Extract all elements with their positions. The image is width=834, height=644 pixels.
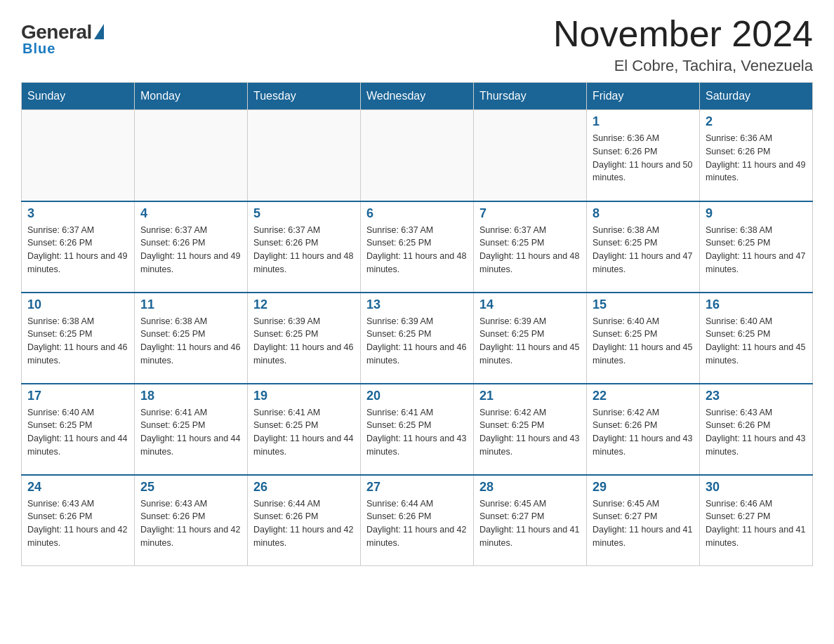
day-number: 20 <box>366 389 468 403</box>
day-info: Sunrise: 6:43 AM Sunset: 6:26 PM Dayligh… <box>706 406 807 459</box>
calendar-day-cell: 19Sunrise: 6:41 AM Sunset: 6:25 PM Dayli… <box>248 384 361 475</box>
logo: General Blue <box>21 21 104 57</box>
calendar-week-row: 1Sunrise: 6:36 AM Sunset: 6:26 PM Daylig… <box>22 110 813 201</box>
day-info: Sunrise: 6:42 AM Sunset: 6:25 PM Dayligh… <box>479 406 581 459</box>
title-block: November 2024 El Cobre, Tachira, Venezue… <box>553 14 813 75</box>
calendar-header-row: SundayMondayTuesdayWednesdayThursdayFrid… <box>22 83 813 110</box>
day-info: Sunrise: 6:41 AM Sunset: 6:25 PM Dayligh… <box>140 406 241 459</box>
calendar-day-cell: 26Sunrise: 6:44 AM Sunset: 6:26 PM Dayli… <box>248 475 361 566</box>
calendar-day-cell: 25Sunrise: 6:43 AM Sunset: 6:26 PM Dayli… <box>135 475 248 566</box>
day-number: 13 <box>366 297 468 312</box>
day-info: Sunrise: 6:36 AM Sunset: 6:26 PM Dayligh… <box>706 132 807 185</box>
day-number: 16 <box>706 297 807 312</box>
calendar-day-cell: 4Sunrise: 6:37 AM Sunset: 6:26 PM Daylig… <box>135 201 248 293</box>
day-info: Sunrise: 6:38 AM Sunset: 6:25 PM Dayligh… <box>706 224 807 276</box>
calendar-day-cell: 30Sunrise: 6:46 AM Sunset: 6:27 PM Dayli… <box>700 475 813 566</box>
day-of-week-header: Thursday <box>474 83 587 110</box>
day-number: 18 <box>140 389 241 403</box>
calendar-day-cell: 27Sunrise: 6:44 AM Sunset: 6:26 PM Dayli… <box>361 475 474 566</box>
day-number: 4 <box>140 206 241 221</box>
day-number: 10 <box>27 297 128 312</box>
day-info: Sunrise: 6:39 AM Sunset: 6:25 PM Dayligh… <box>253 315 355 368</box>
calendar-day-cell: 9Sunrise: 6:38 AM Sunset: 6:25 PM Daylig… <box>700 201 813 293</box>
logo-blue-text: Blue <box>22 41 55 57</box>
day-number: 14 <box>479 297 581 312</box>
calendar-day-cell: 6Sunrise: 6:37 AM Sunset: 6:25 PM Daylig… <box>361 201 474 293</box>
day-number: 25 <box>140 480 241 495</box>
day-info: Sunrise: 6:38 AM Sunset: 6:25 PM Dayligh… <box>27 315 128 368</box>
calendar-day-cell: 17Sunrise: 6:40 AM Sunset: 6:25 PM Dayli… <box>22 384 135 475</box>
day-number: 23 <box>706 389 807 403</box>
calendar-day-cell: 1Sunrise: 6:36 AM Sunset: 6:26 PM Daylig… <box>587 110 700 201</box>
day-number: 6 <box>366 206 468 221</box>
month-title: November 2024 <box>553 14 813 54</box>
day-info: Sunrise: 6:38 AM Sunset: 6:25 PM Dayligh… <box>140 315 241 368</box>
location-text: El Cobre, Tachira, Venezuela <box>553 57 813 75</box>
day-number: 5 <box>253 206 355 221</box>
logo-triangle-icon <box>94 24 104 39</box>
day-info: Sunrise: 6:41 AM Sunset: 6:25 PM Dayligh… <box>366 406 468 459</box>
day-info: Sunrise: 6:46 AM Sunset: 6:27 PM Dayligh… <box>706 497 807 550</box>
day-number: 11 <box>140 297 241 312</box>
calendar-day-cell: 20Sunrise: 6:41 AM Sunset: 6:25 PM Dayli… <box>361 384 474 475</box>
calendar-day-cell: 5Sunrise: 6:37 AM Sunset: 6:26 PM Daylig… <box>248 201 361 293</box>
calendar-day-cell: 28Sunrise: 6:45 AM Sunset: 6:27 PM Dayli… <box>474 475 587 566</box>
calendar-day-cell <box>248 110 361 201</box>
calendar-day-cell: 14Sunrise: 6:39 AM Sunset: 6:25 PM Dayli… <box>474 293 587 384</box>
day-number: 2 <box>706 114 807 129</box>
calendar-week-row: 17Sunrise: 6:40 AM Sunset: 6:25 PM Dayli… <box>22 384 813 475</box>
calendar-day-cell: 11Sunrise: 6:38 AM Sunset: 6:25 PM Dayli… <box>135 293 248 384</box>
day-info: Sunrise: 6:40 AM Sunset: 6:25 PM Dayligh… <box>27 406 128 459</box>
calendar-day-cell: 3Sunrise: 6:37 AM Sunset: 6:26 PM Daylig… <box>22 201 135 293</box>
calendar-day-cell: 23Sunrise: 6:43 AM Sunset: 6:26 PM Dayli… <box>700 384 813 475</box>
day-info: Sunrise: 6:43 AM Sunset: 6:26 PM Dayligh… <box>140 497 241 550</box>
day-info: Sunrise: 6:37 AM Sunset: 6:26 PM Dayligh… <box>140 224 241 276</box>
day-info: Sunrise: 6:39 AM Sunset: 6:25 PM Dayligh… <box>479 315 581 368</box>
day-number: 26 <box>253 480 355 495</box>
calendar-day-cell <box>22 110 135 201</box>
day-info: Sunrise: 6:41 AM Sunset: 6:25 PM Dayligh… <box>253 406 355 459</box>
day-number: 9 <box>706 206 807 221</box>
calendar-week-row: 24Sunrise: 6:43 AM Sunset: 6:26 PM Dayli… <box>22 475 813 566</box>
day-info: Sunrise: 6:44 AM Sunset: 6:26 PM Dayligh… <box>253 497 355 550</box>
day-info: Sunrise: 6:45 AM Sunset: 6:27 PM Dayligh… <box>479 497 581 550</box>
day-info: Sunrise: 6:40 AM Sunset: 6:25 PM Dayligh… <box>593 315 694 368</box>
calendar-day-cell <box>474 110 587 201</box>
calendar-day-cell <box>135 110 248 201</box>
day-info: Sunrise: 6:42 AM Sunset: 6:26 PM Dayligh… <box>593 406 694 459</box>
calendar-week-row: 10Sunrise: 6:38 AM Sunset: 6:25 PM Dayli… <box>22 293 813 384</box>
calendar-day-cell: 29Sunrise: 6:45 AM Sunset: 6:27 PM Dayli… <box>587 475 700 566</box>
day-number: 8 <box>593 206 694 221</box>
calendar-table: SundayMondayTuesdayWednesdayThursdayFrid… <box>21 82 813 566</box>
day-number: 7 <box>479 206 581 221</box>
day-number: 12 <box>253 297 355 312</box>
day-info: Sunrise: 6:36 AM Sunset: 6:26 PM Dayligh… <box>593 132 694 185</box>
day-number: 30 <box>706 480 807 495</box>
calendar-day-cell: 12Sunrise: 6:39 AM Sunset: 6:25 PM Dayli… <box>248 293 361 384</box>
calendar-day-cell: 7Sunrise: 6:37 AM Sunset: 6:25 PM Daylig… <box>474 201 587 293</box>
day-number: 15 <box>593 297 694 312</box>
calendar-day-cell: 21Sunrise: 6:42 AM Sunset: 6:25 PM Dayli… <box>474 384 587 475</box>
day-number: 27 <box>366 480 468 495</box>
day-number: 28 <box>479 480 581 495</box>
day-number: 3 <box>27 206 128 221</box>
day-info: Sunrise: 6:38 AM Sunset: 6:25 PM Dayligh… <box>593 224 694 276</box>
calendar-day-cell: 15Sunrise: 6:40 AM Sunset: 6:25 PM Dayli… <box>587 293 700 384</box>
day-number: 24 <box>27 480 128 495</box>
day-number: 22 <box>593 389 694 403</box>
calendar-week-row: 3Sunrise: 6:37 AM Sunset: 6:26 PM Daylig… <box>22 201 813 293</box>
page-header: General Blue November 2024 El Cobre, Tac… <box>21 14 813 75</box>
day-number: 21 <box>479 389 581 403</box>
calendar-day-cell <box>361 110 474 201</box>
day-of-week-header: Sunday <box>22 83 135 110</box>
day-of-week-header: Tuesday <box>248 83 361 110</box>
day-info: Sunrise: 6:45 AM Sunset: 6:27 PM Dayligh… <box>593 497 694 550</box>
calendar-day-cell: 18Sunrise: 6:41 AM Sunset: 6:25 PM Dayli… <box>135 384 248 475</box>
day-number: 1 <box>593 114 694 129</box>
calendar-day-cell: 24Sunrise: 6:43 AM Sunset: 6:26 PM Dayli… <box>22 475 135 566</box>
day-of-week-header: Wednesday <box>361 83 474 110</box>
day-number: 29 <box>593 480 694 495</box>
day-info: Sunrise: 6:37 AM Sunset: 6:25 PM Dayligh… <box>479 224 581 276</box>
day-info: Sunrise: 6:40 AM Sunset: 6:25 PM Dayligh… <box>706 315 807 368</box>
day-info: Sunrise: 6:37 AM Sunset: 6:26 PM Dayligh… <box>27 224 128 276</box>
